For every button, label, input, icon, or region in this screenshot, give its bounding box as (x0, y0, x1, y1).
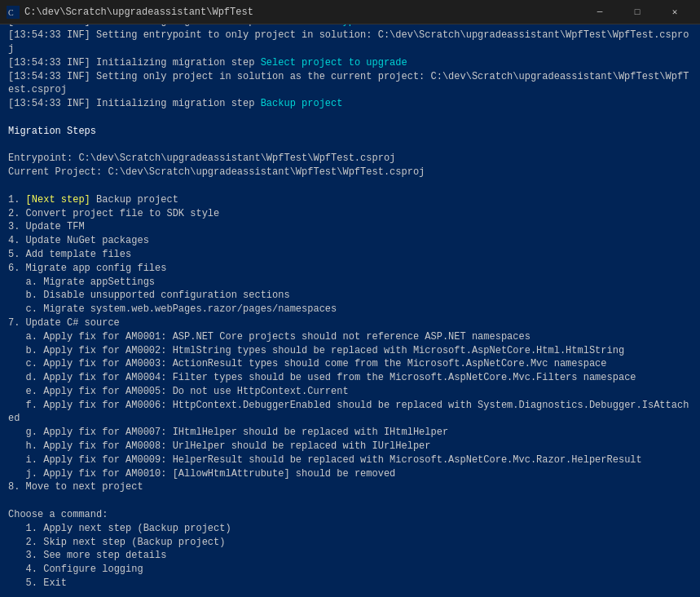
terminal-line: Entrypoint: C:\dev\Scratch\upgradeassist… (8, 152, 692, 166)
maximize-button[interactable]: □ (619, 0, 656, 24)
terminal-line: b. Apply fix for AM0002: HtmlString type… (8, 344, 692, 358)
terminal-line (8, 179, 692, 193)
terminal-line: j. Apply fix for AM0010: [AllowHtmlAttru… (8, 467, 692, 481)
window-icon: C (7, 6, 20, 19)
terminal-line: 2. Skip next step (Backup project) (8, 536, 692, 550)
terminal-line: 1. Apply next step (Backup project) (8, 522, 692, 536)
terminal-line: 2. Convert project file to SDK style (8, 207, 692, 221)
svg-text:C: C (8, 8, 14, 17)
terminal-line: b. Disable unsupported configuration sec… (8, 289, 692, 303)
terminal-line: d. Apply fix for AM0004: Filter types sh… (8, 371, 692, 385)
terminal-line: a. Apply fix for AM0001: ASP.NET Core pr… (8, 330, 692, 344)
terminal-line: 8. Move to next project (8, 480, 692, 494)
terminal-line: a. Migrate appSettings (8, 276, 692, 290)
terminal-line: Migration Steps (8, 125, 692, 139)
terminal-line: 6. Migrate app config files (8, 262, 692, 276)
terminal-line (8, 494, 692, 508)
terminal-line: c. Apply fix for AM0003: ActionResult ty… (8, 357, 692, 371)
terminal-output[interactable]: - Microsoft .NET Upgrade Assistant v0.2.… (0, 24, 700, 597)
minimize-button[interactable]: ─ (581, 0, 619, 24)
terminal-line: 3. See more step details (8, 549, 692, 563)
terminal-line (8, 111, 692, 125)
terminal-line: c. Migrate system.web.webPages.razor/pag… (8, 303, 692, 316)
close-button[interactable]: ✕ (656, 0, 693, 24)
terminal-line: 4. Configure logging (8, 563, 692, 577)
terminal-line: Current Project: C:\dev\Scratch\upgradea… (8, 166, 692, 179)
terminal-line: h. Apply fix for AM0008: UrlHelper shoul… (8, 440, 692, 453)
terminal-line: 5. Add template files (8, 248, 692, 262)
terminal-line: [13:54:33 INF] Setting entrypoint to onl… (8, 29, 692, 56)
terminal-line: 7. Update C# source (8, 316, 692, 330)
terminal-line: i. Apply fix for AM0009: HelperResult sh… (8, 453, 692, 467)
terminal-line: [13:54:33 INF] Initializing migration st… (8, 56, 692, 70)
terminal-line: 4. Update NuGet packages (8, 234, 692, 248)
titlebar: C C:\dev\Scratch\upgradeassistant\WpfTes… (0, 0, 700, 24)
terminal-line: 5. Exit (8, 577, 692, 590)
terminal-line: 1. [Next step] Backup project (8, 193, 692, 207)
terminal-line: [13:54:33 INF] Setting only project in s… (8, 70, 692, 98)
terminal-line: Choose a command: (8, 508, 692, 522)
titlebar-title: C:\dev\Scratch\upgradeassistant\WpfTest (24, 7, 581, 18)
terminal-line (8, 139, 692, 153)
terminal-line: 3. Update TFM (8, 220, 692, 234)
terminal-line: [13:54:33 INF] Initializing migration st… (8, 97, 692, 111)
terminal-line: g. Apply fix for AM0007: IHtmlHelper sho… (8, 426, 692, 440)
terminal-line: f. Apply fix for AM0006: HttpContext.Deb… (8, 399, 692, 427)
terminal-line: e. Apply fix for AM0005: Do not use Http… (8, 385, 692, 399)
titlebar-controls: ─ □ ✕ (581, 0, 693, 24)
